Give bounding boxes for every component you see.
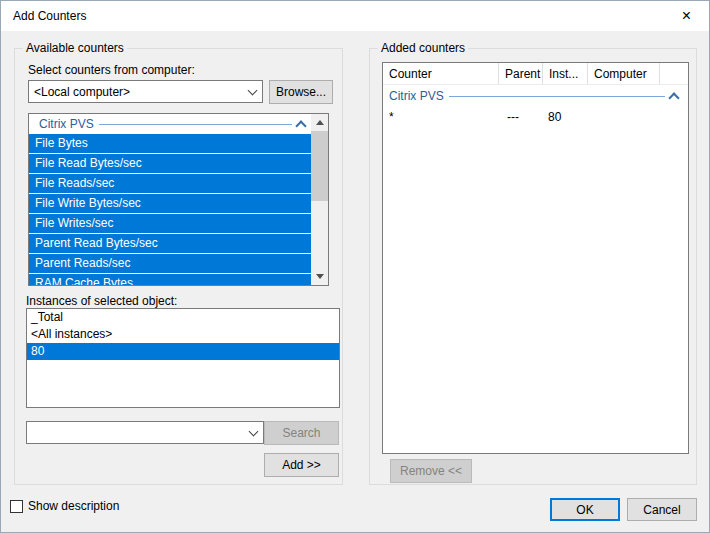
close-icon: × bbox=[682, 8, 691, 24]
table-row[interactable]: * --- 80 bbox=[383, 107, 688, 127]
chevron-down-icon[interactable] bbox=[243, 81, 262, 102]
cell-computer bbox=[588, 107, 660, 127]
scroll-down-icon bbox=[316, 274, 324, 279]
counter-item[interactable]: File Write Bytes/sec bbox=[29, 194, 311, 213]
scroll-up-button[interactable] bbox=[311, 114, 328, 131]
cell-instance: 80 bbox=[543, 107, 588, 127]
scrollbar-thumb[interactable] bbox=[311, 131, 328, 201]
column-header-counter[interactable]: Counter bbox=[383, 63, 499, 84]
counter-item[interactable]: Parent Reads/sec bbox=[29, 254, 311, 273]
close-button[interactable]: × bbox=[664, 1, 709, 30]
counter-item[interactable]: Parent Read Bytes/sec bbox=[29, 234, 311, 253]
cell-parent: --- bbox=[499, 107, 543, 127]
counter-item[interactable]: RAM Cache Bytes bbox=[29, 274, 311, 285]
counter-item[interactable]: File Read Bytes/sec bbox=[29, 154, 311, 173]
vertical-scrollbar[interactable] bbox=[311, 114, 328, 285]
group-header-line bbox=[99, 124, 292, 125]
search-button[interactable]: Search bbox=[264, 421, 339, 445]
counter-item[interactable]: File Writes/sec bbox=[29, 214, 311, 233]
titlebar: Add Counters × bbox=[1, 1, 709, 31]
column-header-instance[interactable]: Inst... bbox=[543, 63, 588, 84]
computer-select-value: <Local computer> bbox=[29, 85, 243, 99]
show-description-label: Show description bbox=[28, 499, 119, 513]
instances-label: Instances of selected object: bbox=[26, 294, 177, 308]
search-input[interactable] bbox=[26, 421, 264, 444]
counter-group-label: Citrix PVS bbox=[39, 117, 94, 131]
show-description-row[interactable]: Show description bbox=[10, 499, 119, 513]
browse-button[interactable]: Browse... bbox=[269, 80, 333, 104]
added-group-label: Citrix PVS bbox=[389, 89, 444, 103]
counter-item[interactable]: File Bytes bbox=[29, 134, 311, 153]
added-group-row[interactable]: Citrix PVS bbox=[383, 85, 688, 107]
available-counters-group-label: Available counters bbox=[23, 41, 127, 55]
instances-list[interactable]: _Total <All instances> 80 bbox=[26, 308, 340, 408]
cancel-button[interactable]: Cancel bbox=[627, 498, 697, 521]
added-counters-table: Counter Parent Inst... Computer Citrix P… bbox=[382, 62, 689, 454]
column-header-computer[interactable]: Computer bbox=[588, 63, 660, 84]
window-title: Add Counters bbox=[1, 9, 86, 23]
show-description-checkbox[interactable] bbox=[10, 500, 23, 513]
column-header-parent[interactable]: Parent bbox=[499, 63, 543, 84]
cell-counter: * bbox=[383, 107, 499, 127]
available-counters-list[interactable]: Citrix PVS File Bytes File Read Bytes/se… bbox=[28, 113, 329, 286]
chevron-up-icon[interactable] bbox=[295, 120, 306, 131]
remove-button[interactable]: Remove << bbox=[390, 459, 472, 483]
counters-list-content: Citrix PVS File Bytes File Read Bytes/se… bbox=[29, 114, 311, 285]
available-counters-group: Available counters Select counters from … bbox=[14, 48, 343, 485]
select-computer-label: Select counters from computer: bbox=[28, 63, 195, 77]
added-counters-group-label: Added counters bbox=[378, 41, 468, 55]
table-header: Counter Parent Inst... Computer bbox=[383, 63, 688, 85]
counter-group-header[interactable]: Citrix PVS bbox=[29, 114, 311, 134]
ok-button[interactable]: OK bbox=[550, 498, 620, 521]
chevron-down-icon[interactable] bbox=[244, 422, 263, 443]
instance-item[interactable]: _Total bbox=[27, 309, 339, 326]
chevron-up-icon[interactable] bbox=[668, 92, 679, 103]
column-header-filler bbox=[660, 63, 688, 84]
scroll-up-icon bbox=[316, 120, 324, 125]
add-button[interactable]: Add >> bbox=[264, 453, 339, 477]
added-counters-group: Added counters Counter Parent Inst... Co… bbox=[369, 48, 697, 485]
instance-item[interactable]: 80 bbox=[27, 343, 339, 360]
instance-item[interactable]: <All instances> bbox=[27, 326, 339, 343]
add-counters-dialog: Add Counters × Available counters Select… bbox=[0, 0, 710, 533]
counter-item[interactable]: File Reads/sec bbox=[29, 174, 311, 193]
scroll-down-button[interactable] bbox=[311, 268, 328, 285]
computer-select[interactable]: <Local computer> bbox=[28, 80, 263, 103]
group-header-line bbox=[449, 96, 665, 97]
